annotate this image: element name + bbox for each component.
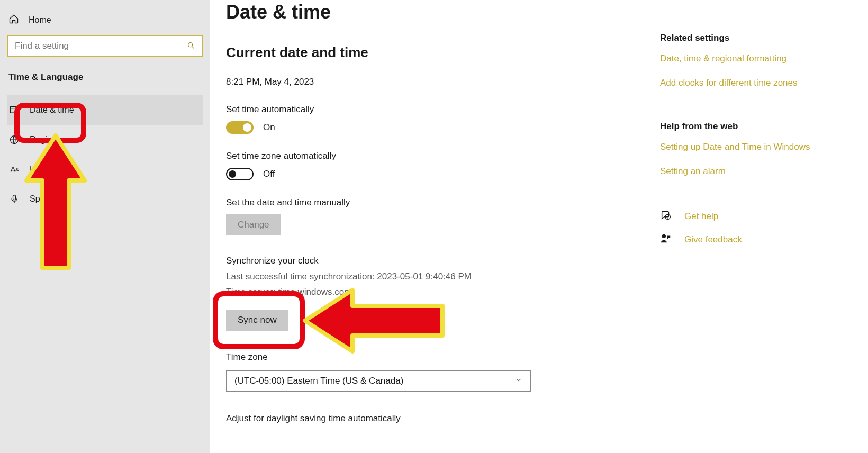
link-help-alarm[interactable]: Setting an alarm [660, 165, 840, 178]
auto-time-state: On [263, 122, 275, 133]
sync-clock-label: Synchronize your clock [226, 256, 628, 266]
auto-tz-label: Set time zone automatically [226, 151, 628, 161]
category-header: Time & Language [8, 72, 203, 83]
page-title: Date & time [226, 1, 628, 23]
globe-icon [8, 134, 20, 145]
auto-time-toggle[interactable] [226, 121, 254, 134]
main-content: Date & time Current date and time 8:21 P… [210, 0, 868, 453]
sync-server-text: Time server: time.windows.com [226, 285, 628, 300]
svg-line-1 [192, 47, 194, 48]
related-settings-head: Related settings [660, 33, 840, 43]
microphone-icon [8, 194, 20, 204]
auto-tz-toggle[interactable] [226, 168, 254, 180]
manual-time-label: Set the date and time manually [226, 197, 628, 208]
help-web-head: Help from the web [660, 121, 840, 132]
auto-tz-state: Off [263, 169, 275, 179]
svg-rect-5 [13, 195, 16, 200]
chevron-down-icon [515, 376, 522, 386]
main-column: Date & time Current date and time 8:21 P… [226, 1, 628, 453]
language-icon [8, 164, 20, 175]
sidebar-item-label: Date & time [30, 105, 74, 115]
search-icon [187, 41, 195, 51]
sidebar-item-speech[interactable]: Speech [7, 184, 203, 214]
calendar-clock-icon [8, 105, 20, 115]
svg-text:?: ? [667, 215, 669, 219]
current-datetime-value: 8:21 PM, May 4, 2023 [226, 77, 628, 87]
timezone-label: Time zone [226, 352, 628, 363]
sync-last-text: Last successful time synchronization: 20… [226, 269, 628, 285]
svg-point-0 [188, 42, 193, 47]
svg-point-8 [662, 234, 666, 238]
change-button: Change [226, 214, 281, 235]
sidebar-item-region[interactable]: Region [7, 125, 203, 155]
sidebar-item-label: Speech [30, 194, 58, 204]
sidebar-item-language[interactable]: Language [7, 155, 203, 184]
dst-label: Adjust for daylight saving time automati… [226, 413, 628, 424]
link-add-clocks[interactable]: Add clocks for different time zones [660, 76, 840, 90]
section-current-datetime: Current date and time [226, 44, 628, 61]
sync-now-button[interactable]: Sync now [226, 310, 288, 331]
sidebar: Home Time & Language Date & time Region … [0, 0, 210, 453]
sidebar-item-label: Language [30, 165, 67, 174]
feedback-icon [660, 233, 672, 246]
search-input[interactable] [15, 41, 177, 51]
home-icon [8, 14, 19, 26]
svg-rect-2 [11, 106, 17, 113]
chat-icon: ? [660, 210, 672, 223]
timezone-select[interactable]: (UTC-05:00) Eastern Time (US & Canada) [226, 370, 531, 392]
right-column: Related settings Date, time & regional f… [660, 1, 840, 453]
sidebar-item-date-time[interactable]: Date & time [7, 95, 203, 125]
link-regional-formatting[interactable]: Date, time & regional formatting [660, 52, 840, 66]
home-nav[interactable]: Home [7, 10, 203, 35]
link-help-datetime[interactable]: Setting up Date and Time in Windows [660, 140, 840, 154]
search-box[interactable] [7, 35, 203, 57]
link-get-help[interactable]: Get help [684, 210, 718, 223]
auto-time-label: Set time automatically [226, 104, 628, 115]
link-give-feedback[interactable]: Give feedback [684, 233, 742, 247]
sidebar-item-label: Region [30, 135, 57, 144]
timezone-value: (UTC-05:00) Eastern Time (US & Canada) [234, 376, 403, 386]
home-label: Home [29, 15, 51, 25]
